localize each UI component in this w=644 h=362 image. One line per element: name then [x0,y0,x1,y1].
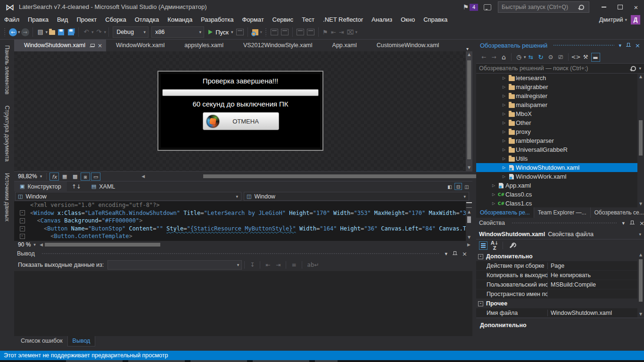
solution-configuration-combo[interactable]: Debug▾ [113,26,149,38]
designed-window-preview[interactable]: Проверка завершена!!! 60 секунд до выклю… [157,71,323,151]
property-value[interactable]: Page [548,263,644,269]
feedback-icon[interactable] [484,4,491,10]
tree-item-14[interactable]: ▷C#Class1.cs [476,199,644,207]
collapse-all-icon[interactable]: ⊙ [546,53,555,62]
document-tab-3[interactable]: VS2012WindowStyle.xaml [233,40,322,51]
code-fold-gutter[interactable] [14,232,30,240]
menu-item-7[interactable]: Разработка [197,14,238,25]
attach-process-icon[interactable] [236,29,244,35]
undo-dropdown-icon[interactable]: ▾ [91,30,94,34]
toggle-bookmark-icon[interactable]: ⚑ [322,29,328,36]
element-breadcrumb-right[interactable]: ◫ Window ▾ [244,192,469,201]
code-fold-gutter[interactable] [14,209,30,217]
redo-dropdown-icon[interactable]: ▾ [104,30,107,34]
tree-item-8[interactable]: ▷UniversallGrabbeR [476,145,644,154]
next-bookmark-icon[interactable]: ⇥ [339,29,344,36]
document-list-dropdown-icon[interactable]: ▾ [466,46,472,51]
user-avatar[interactable]: Д [631,15,640,25]
pane-close-icon[interactable]: × [460,250,470,257]
document-tab-1[interactable]: WindowWork.xaml [106,40,174,51]
expander-icon[interactable]: ▷ [501,76,507,80]
expander-icon[interactable]: ▷ [501,130,507,134]
property-row-0-2[interactable]: Пользовательский инструмMSBuild:Compile [476,280,644,289]
editor-zoom-combo[interactable]: 90 %▾ [14,241,38,248]
clear-all-icon[interactable]: ≡ [289,262,299,268]
pane-pin-icon[interactable] [630,221,634,226]
properties-object-combo[interactable]: WindowShutdown.xaml Свойства файла ▾ [476,229,644,239]
expander-icon[interactable]: ▷ [501,121,507,125]
start-debug-dropdown-icon[interactable]: ▾ [231,30,233,34]
refresh-icon[interactable]: ↻ [537,53,545,62]
fold-marker-icon[interactable] [20,210,25,215]
fold-marker-icon[interactable] [20,234,25,239]
save-icon[interactable] [58,29,64,35]
solution-explorer-search[interactable]: Обозреватель решений — поиск (Ctrl+;) ▾ [476,63,644,74]
property-pages-wrench-icon[interactable] [510,243,515,248]
panel-tab-0[interactable]: Обозреватель ре... [476,207,534,218]
property-row-0-1[interactable]: Копировать в выходной каНе копировать [476,271,644,280]
show-all-files-icon[interactable]: ⎚ [556,53,565,62]
element-breadcrumb-left[interactable]: ◫ Window ▾ [15,192,241,201]
property-value[interactable]: WindowShutdown.xaml [548,310,644,316]
pane-close-icon[interactable]: × [637,220,644,227]
expander-icon[interactable]: ▷ [501,165,507,170]
code-line-0[interactable]: <?xml version="1.0" encoding="utf-8"?> [14,201,472,209]
pane-dropdown-icon[interactable]: ▾ [443,251,450,257]
designer-hscroll-left-icon[interactable]: ◀ [140,174,147,179]
editor-splitter-handle[interactable] [466,202,472,208]
expander-icon[interactable]: ▷ [501,139,507,143]
search-dropdown-icon[interactable]: ▾ [639,66,644,71]
undo-icon[interactable]: ↶ [82,27,91,37]
clear-bookmarks-icon[interactable]: ⌧ [347,29,354,36]
start-debug-label[interactable]: Пуск [215,29,229,36]
designer-horizontal-scrollbar[interactable] [147,173,465,179]
navigate-back-dropdown-icon[interactable]: ▾ [18,30,20,34]
expander-icon[interactable]: ▷ [501,156,507,161]
start-debug-icon[interactable] [208,30,213,34]
notifications-flag-icon[interactable]: ⚑ [462,3,469,11]
document-tab-2[interactable]: appstyles.xaml [174,40,233,51]
document-tab-0[interactable]: WindowShutdown.xaml× [14,40,106,51]
swap-panes-icon[interactable]: ↑↓ [67,183,86,190]
collapse-category-icon[interactable] [478,301,483,306]
fold-marker-icon[interactable] [20,218,25,223]
menu-item-11[interactable]: .NET Reflector [319,14,367,25]
tree-item-11[interactable]: ▷WindowWork.xaml [476,172,644,181]
tree-item-3[interactable]: ▷mailspamer [476,100,644,109]
find-dropdown-icon[interactable]: ▾ [260,30,263,34]
menu-item-0[interactable]: Файл [0,14,24,25]
property-value[interactable]: Не копировать [548,272,644,279]
expander-icon[interactable]: ▷ [490,183,497,188]
output-source-combo[interactable]: ▾ [107,260,242,270]
code-line-1[interactable]: <Window x:Class="LaTeRSeaRCh.WindowShutd… [14,209,472,217]
redo-icon[interactable]: ↷ [94,27,104,37]
forward-icon[interactable]: → [489,53,498,62]
previous-bookmark-icon[interactable]: ⇤ [331,29,336,36]
tree-item-13[interactable]: ▷C#Class0.cs [476,190,644,199]
collapse-category-icon[interactable] [478,254,483,259]
panel-tab-1[interactable]: Team Explorer —... [534,207,591,218]
document-tab-4[interactable]: App.xaml [322,40,367,51]
editor-hscroll-right-icon[interactable]: ▶ [465,242,472,247]
minimize-button[interactable] [596,0,612,14]
menu-item-4[interactable]: Сборка [101,14,131,25]
navigate-back-icon[interactable]: ← [9,28,17,36]
new-item-icon[interactable]: ▤ [36,27,45,37]
designer-zoom-combo[interactable]: 98,82%▾ [14,173,44,180]
sync-with-active-document-icon[interactable]: ⇆ [527,53,536,62]
code-line-4[interactable]: <Button.ContentTemplate> [14,232,472,240]
filter-dropdown-icon[interactable]: ▾ [524,55,526,59]
increase-indent-icon[interactable] [307,29,314,35]
editor-vertical-scrollbar[interactable]: ▲ ▼ [466,201,472,241]
menu-item-2[interactable]: Вид [53,14,73,25]
pane-dropdown-icon[interactable]: ▾ [617,42,624,49]
snaplines-icon[interactable]: ⧆ [81,173,90,181]
horizontal-split-button[interactable]: ⊟ [454,183,462,190]
menu-item-13[interactable]: Окно [396,14,419,25]
pane-dropdown-icon[interactable]: ▾ [620,220,627,226]
pin-tab-icon[interactable] [90,43,94,48]
close-tab-icon[interactable]: × [98,43,102,49]
left-tool-tab-2[interactable]: Источники данных [4,167,10,227]
solution-platform-combo[interactable]: x86▾ [151,26,204,38]
user-name[interactable]: Дмитрий [599,16,623,23]
